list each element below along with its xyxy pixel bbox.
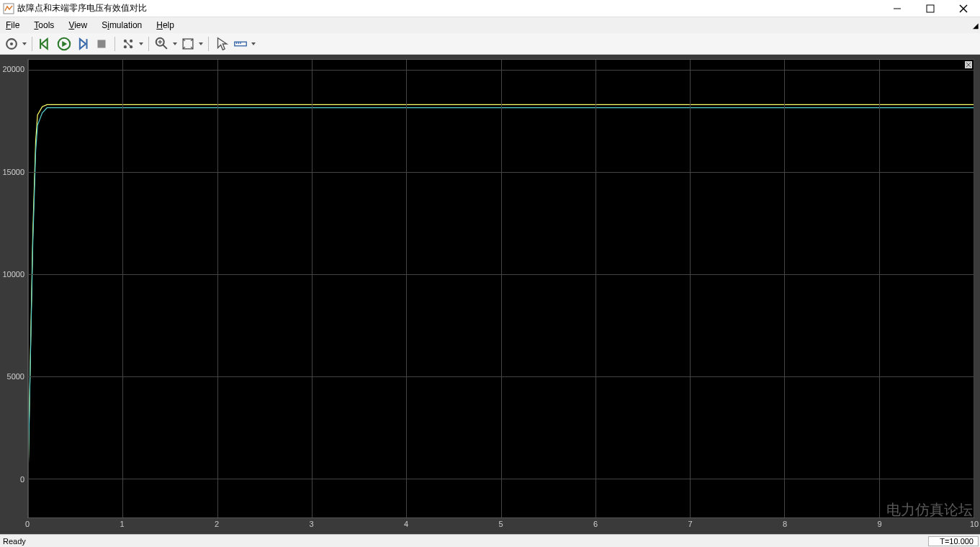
y-tick-label: 0 <box>20 475 24 484</box>
x-tick-label: 1 <box>120 520 124 528</box>
step-forward-button[interactable] <box>74 35 91 53</box>
toolbar-separator <box>148 37 149 51</box>
stop-button[interactable] <box>93 35 110 53</box>
measure-dropdown-icon[interactable] <box>251 41 256 47</box>
signal-selector-button[interactable] <box>120 35 137 53</box>
window-title: 故障点和末端零序电压有效值对比 <box>17 2 881 14</box>
autoscale-button[interactable] <box>179 35 197 53</box>
svg-point-6 <box>10 42 13 45</box>
y-tick-label: 10000 <box>2 270 24 279</box>
toolbar <box>0 33 980 55</box>
close-button[interactable] <box>947 0 980 17</box>
minimize-button[interactable] <box>881 0 914 17</box>
x-tick-label: 2 <box>215 520 219 528</box>
x-tick-label: 6 <box>593 520 598 528</box>
svg-line-17 <box>163 45 167 49</box>
menu-view[interactable]: View <box>68 20 87 30</box>
settings-button[interactable] <box>3 35 20 53</box>
x-tick-label: 7 <box>688 520 692 528</box>
measure-button[interactable] <box>232 35 249 53</box>
y-axis: 05000100001500020000 <box>0 55 27 534</box>
menu-simulation[interactable]: Simulation <box>102 20 142 30</box>
status-ready: Ready <box>0 537 928 546</box>
menu-help[interactable]: Help <box>156 20 174 30</box>
toolbar-separator <box>208 37 209 51</box>
x-tick-label: 9 <box>877 520 881 528</box>
x-tick-label: 10 <box>970 520 979 528</box>
svg-point-13 <box>124 45 127 48</box>
x-tick-label: 5 <box>498 520 503 528</box>
svg-rect-2 <box>927 5 934 12</box>
x-tick-label: 8 <box>783 520 787 528</box>
menu-tools[interactable]: Tools <box>34 20 54 30</box>
zoom-button[interactable] <box>153 35 171 53</box>
ribbon-collapse-icon[interactable]: ◢ <box>973 22 979 30</box>
status-bar: Ready T=10.000 <box>0 534 980 547</box>
menu-file[interactable]: File <box>6 20 19 30</box>
svg-rect-10 <box>98 40 106 48</box>
x-tick-label: 3 <box>309 520 313 528</box>
autoscale-dropdown-icon[interactable] <box>198 41 204 47</box>
y-tick-label: 5000 <box>7 372 24 381</box>
x-tick-label: 4 <box>404 520 408 528</box>
x-tick-label: 0 <box>25 520 30 528</box>
run-button[interactable] <box>55 35 73 53</box>
step-back-button[interactable] <box>37 35 54 53</box>
signal-dropdown-icon[interactable] <box>138 41 144 47</box>
toolbar-separator <box>32 37 32 51</box>
x-axis: 012345678910 <box>27 518 974 534</box>
status-time: T=10.000 <box>928 536 979 546</box>
toolbar-separator <box>114 37 115 51</box>
plot-area: 05000100001500020000 012345678910 电力仿真论坛 <box>0 55 980 534</box>
title-bar: 故障点和末端零序电压有效值对比 <box>0 0 980 17</box>
svg-point-12 <box>130 39 132 42</box>
chart[interactable] <box>27 59 974 518</box>
settings-dropdown-icon[interactable] <box>22 41 27 47</box>
y-tick-label: 20000 <box>2 65 24 73</box>
maximize-button[interactable] <box>914 0 947 17</box>
zoom-dropdown-icon[interactable] <box>172 41 178 47</box>
app-icon <box>3 3 14 14</box>
menu-bar: File Tools View Simulation Help ◢ <box>0 17 980 33</box>
y-tick-label: 15000 <box>2 168 24 176</box>
cursor-button[interactable] <box>213 35 230 53</box>
